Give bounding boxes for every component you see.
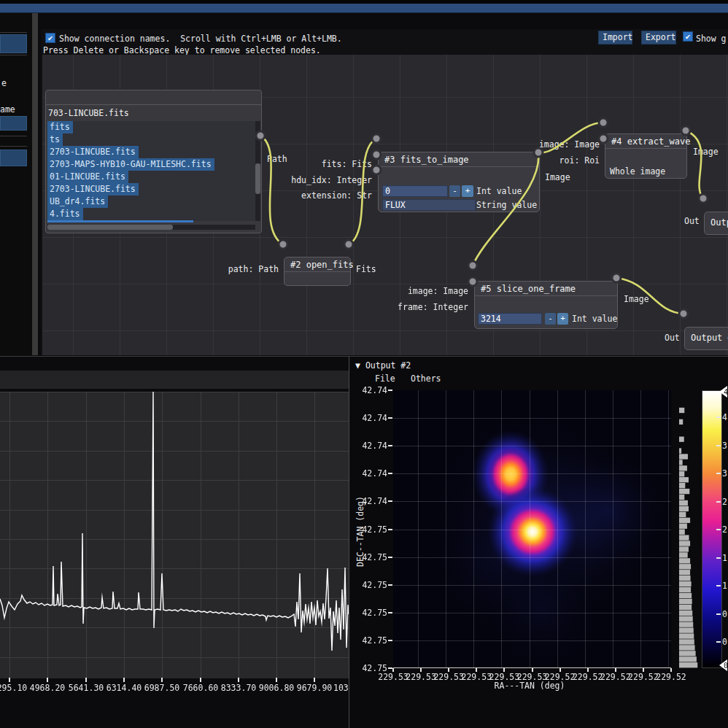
sidebar-label-e: e	[1, 78, 7, 88]
node-canvas[interactable]: 703-LINCUBE.fits fitsts2703-LINCUBE.fits…	[42, 55, 728, 355]
window-titlebar[interactable]	[0, 4, 728, 13]
output2-panel: ▼ Output #2 File Others DEC--TAN (deg) R…	[351, 357, 728, 728]
show-connection-names-checkbox[interactable]: ✔	[45, 33, 55, 43]
node-output-2-title: Output #	[685, 328, 728, 344]
port-label-image-out-3: Image	[545, 172, 570, 182]
collapse-icon[interactable]: ▼	[355, 360, 360, 371]
image-y-tick-mark	[388, 500, 392, 502]
image-y-tick-mark	[388, 445, 392, 446]
frame-increment-button[interactable]: +	[557, 313, 568, 325]
colorbar-tick-mark	[716, 529, 721, 530]
x-tick-mark	[161, 678, 163, 682]
left-sidebar: e ame	[0, 13, 31, 355]
file-list[interactable]: fitsts2703-LINCUBE.fits2703-MAPS-HYB10-G…	[47, 121, 255, 221]
node-open-fits-title: #2 open_fits	[284, 257, 350, 272]
hdu-idx-decrement-button[interactable]: -	[449, 185, 460, 197]
colorbar-histogram	[679, 390, 698, 668]
file-list-node[interactable]: 703-LINCUBE.fits fitsts2703-LINCUBE.fits…	[45, 90, 262, 233]
file-list-item[interactable]: 2703-LINCUBE.fits	[47, 183, 139, 195]
menu-file[interactable]: File	[375, 373, 395, 384]
file-list-item[interactable]: UB_dr4.fits	[47, 195, 108, 208]
file-list-item[interactable]: 2703-LINCUBE.fits	[47, 146, 139, 158]
file-list-item[interactable]: fits	[47, 121, 73, 133]
extract-wave-mode[interactable]: Whole image	[610, 166, 665, 177]
spectrum-toolbar[interactable]	[0, 371, 349, 389]
port-label-fits-in: fits: Fits	[277, 159, 372, 169]
sidebar-button-1[interactable]	[0, 34, 27, 53]
port-label-image-in-5: image: Image	[381, 286, 468, 296]
colorbar-tick-mark	[716, 445, 721, 446]
image-y-tick-mark	[388, 557, 392, 558]
image-x-tick-label: 229.52	[655, 672, 687, 682]
output2-header[interactable]: ▼ Output #2	[355, 360, 411, 371]
spectrum-plot[interactable]	[0, 392, 349, 678]
x-tick-mark	[276, 678, 277, 682]
node-slice-one-frame[interactable]: #5 slice_one_frame 3214 - + Int value	[474, 281, 618, 329]
node-output-1[interactable]: Outp	[704, 212, 728, 235]
image-y-tick-label: 42.74	[357, 496, 387, 506]
x-tick-label: 7660.60	[181, 683, 220, 693]
frame-input[interactable]: 3214	[478, 313, 542, 325]
x-tick-mark	[47, 678, 48, 682]
x-tick-mark	[238, 678, 239, 682]
image-y-tick-mark	[388, 529, 392, 530]
port-label-image-in-4: image: Image	[527, 139, 600, 150]
image-y-tick-mark	[388, 417, 392, 419]
image-y-tick-mark	[388, 473, 392, 474]
port-label-hdu-idx-in: hdu_idx: Integer	[277, 175, 372, 185]
hdu-idx-input[interactable]: 0	[382, 185, 448, 197]
frame-decrement-button[interactable]: -	[545, 313, 556, 325]
export-button[interactable]: Export	[641, 31, 676, 44]
colorbar-tick-mark	[716, 613, 721, 615]
sidebar-divider	[0, 136, 27, 136]
sidebar-button-2[interactable]	[0, 116, 27, 131]
x-tick-label: 10353.00	[333, 683, 349, 693]
image-y-tick-mark	[388, 390, 392, 391]
colorbar-tick-mark	[716, 501, 721, 503]
show-grid-label: Show g	[696, 34, 727, 44]
node-open-fits[interactable]: #2 open_fits	[284, 257, 351, 286]
int-value-label: Int value	[476, 186, 522, 196]
file-list-item[interactable]: 01-LINCUBE.fits	[47, 171, 128, 183]
import-button[interactable]: Import	[598, 31, 632, 44]
colorbar-tick-label: 3.	[722, 468, 728, 479]
image-y-tick-label: 42.75	[357, 635, 387, 646]
sidebar-divider	[0, 146, 27, 147]
file-panel-titlebar[interactable]	[46, 90, 261, 105]
node-output-2[interactable]: Output #	[684, 327, 728, 350]
node-fits-to-image[interactable]: #3 fits_to_image 0 - + Int value FLUX St…	[378, 152, 540, 212]
x-tick-mark	[200, 678, 201, 682]
node-extract-wave[interactable]: #4 extract_wave Whole image	[605, 133, 687, 179]
sidebar-divider	[0, 32, 27, 33]
x-tick-label: 4968.20	[28, 683, 67, 693]
show-grid-checkbox[interactable]: ✔	[683, 31, 693, 42]
colorbar-tick-label: 4.	[722, 412, 728, 422]
sidebar-button-3[interactable]	[0, 150, 27, 166]
hscroll-thumb[interactable]	[47, 225, 173, 230]
vertical-divider[interactable]	[349, 357, 349, 728]
colorbar-tick-mark	[716, 585, 721, 586]
sidebar-scrollbar[interactable]	[32, 13, 38, 355]
x-tick-label: 4295.10	[0, 683, 29, 693]
app-window: e ame ✔ Show connection names. Scroll wi…	[0, 0, 728, 728]
x-tick-label: 8333.70	[219, 683, 258, 693]
hdu-idx-increment-button[interactable]: +	[462, 185, 473, 197]
file-list-hscrollbar[interactable]	[47, 225, 255, 230]
vscroll-thumb[interactable]	[255, 163, 260, 194]
menu-others[interactable]: Others	[411, 373, 441, 384]
file-list-item[interactable]: 2703-MAPS-HYB10-GAU-MILESHC.fits	[47, 158, 214, 171]
file-current-value[interactable]: 703-LINCUBE.fits	[48, 108, 129, 118]
image-plot[interactable]	[393, 390, 671, 668]
image-y-tick-label: 42.74	[357, 468, 387, 479]
colorbar-tick-label: 1.	[722, 553, 728, 563]
extension-input[interactable]: FLUX	[382, 199, 476, 211]
x-tick-mark	[314, 678, 315, 682]
x-tick-label: 6987.50	[142, 683, 182, 693]
editor-info-line1: Show connection names. Scroll with Ctrl+…	[59, 34, 342, 44]
file-list-vscrollbar[interactable]	[255, 121, 260, 221]
file-list-item[interactable]: 4.fits	[47, 208, 83, 220]
port-label-roi-in: roi: Roi	[527, 155, 600, 166]
x-tick-mark	[9, 678, 10, 682]
node-fits-to-image-title: #3 fits_to_image	[379, 152, 539, 167]
file-list-item[interactable]: ts	[47, 133, 63, 146]
